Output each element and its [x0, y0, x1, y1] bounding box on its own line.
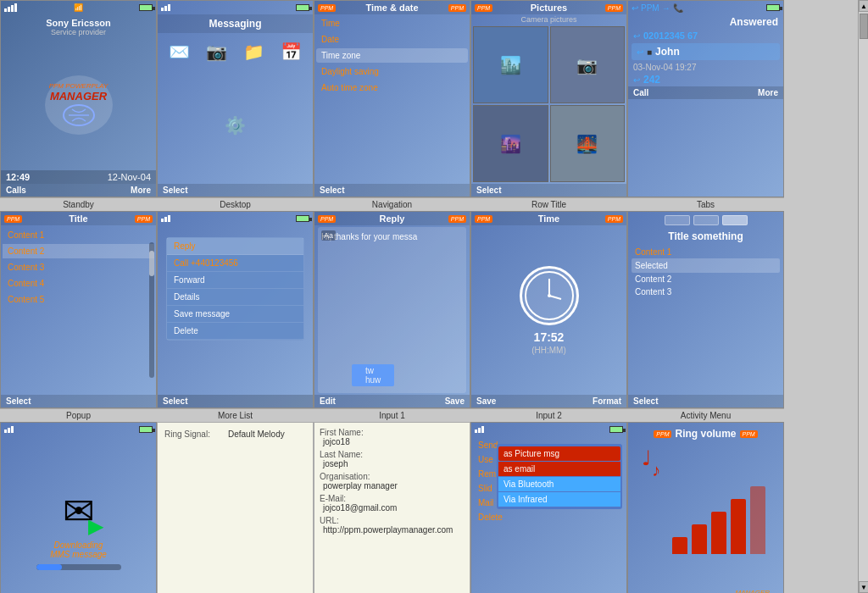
- answered-screen: ↩ PPM → 📞 Answered ↩ 02012345 67: [628, 1, 783, 197]
- music-note-icon-2: ♪: [652, 461, 660, 480]
- input2-item-delete[interactable]: Delete: [473, 510, 625, 524]
- time-softkey-format[interactable]: Format: [593, 396, 621, 406]
- input2-overlay-bluetooth[interactable]: Via Bluetooth: [498, 477, 620, 491]
- tab-1[interactable]: [665, 215, 690, 225]
- tabs-title: Title something: [628, 229, 783, 244]
- time-screen: PPM Time PPM 17:52: [471, 212, 626, 407]
- input1-form-panel: First Name: jojco18 Last Name: joseph Or…: [314, 422, 470, 593]
- answered-panel-wrapper: ↩ PPM → 📞 Answered ↩ 02012345 67: [627, 0, 784, 211]
- photo-3: 🌆: [473, 105, 548, 182]
- manager-text: MANAGER: [50, 90, 107, 103]
- input2-overlay-picture[interactable]: as Picture msg: [498, 446, 620, 461]
- scrollbar[interactable]: ▲ ▼: [858, 0, 868, 593]
- mms-label: DownloadingMMS message: [50, 540, 107, 559]
- time-softkey-save[interactable]: Save: [476, 396, 496, 406]
- reply-ppm-right: PPM: [448, 215, 466, 223]
- reply-header: PPM Reply PPM: [314, 212, 470, 225]
- timedate-item-auto[interactable]: Auto time zone: [316, 80, 468, 95]
- tabs-content-2-selected[interactable]: Selected: [632, 258, 780, 273]
- ringvol-title: Ring volume: [675, 428, 736, 440]
- call-number: 02012345 67: [643, 30, 698, 41]
- popup-signal-icon: [161, 215, 170, 222]
- tabs-screen: Title something Content 1 Selected Conte…: [628, 212, 783, 407]
- svg-line-4: [549, 296, 561, 299]
- timedate-menu: Time Date Time zone Daylight saving Auto…: [314, 14, 470, 184]
- reply-softkey-save[interactable]: Save: [445, 396, 465, 406]
- standby-softkeys: Calls More: [1, 184, 156, 197]
- content-item-4[interactable]: Content 4: [3, 276, 154, 291]
- tabs-panel: Title something Content 1 Selected Conte…: [627, 211, 784, 408]
- lastname-row: Last Name: joseph: [320, 450, 465, 468]
- tab-2[interactable]: [693, 215, 719, 225]
- timedate-panel: PPM Time & date PPM Time Date Time zone …: [314, 0, 470, 197]
- url-value: http://ppm.powerplaymanager.com: [320, 525, 465, 535]
- content-item-1[interactable]: Content 1: [3, 228, 154, 242]
- title-title: Title: [22, 213, 135, 224]
- timedate-item-time[interactable]: Time: [316, 16, 468, 30]
- photo-1: 🏙️: [473, 26, 548, 103]
- contact-name: John: [655, 46, 680, 58]
- answered-softkey-more[interactable]: More: [758, 88, 778, 97]
- ringvol-ppm-right: PPM: [740, 430, 758, 438]
- scroll-thumb-handle[interactable]: [860, 14, 868, 39]
- mms-battery-icon: [139, 426, 153, 433]
- popup-item-details[interactable]: Details: [167, 289, 303, 306]
- email-row: E-Mail: jojco18@gmail.com: [320, 494, 465, 513]
- tabs-softkey-select[interactable]: Select: [633, 396, 658, 406]
- popup-item-call[interactable]: Call +440123456: [167, 255, 303, 272]
- title-ppm-right: PPM: [135, 215, 153, 223]
- answered-status-bar: ↩ PPM → 📞: [628, 1, 783, 14]
- tabs-content-1: Content 1: [632, 246, 780, 258]
- reply-softkeys: Edit Save: [314, 395, 470, 407]
- input2-overlay-email[interactable]: as email: [498, 462, 620, 476]
- popup-softkeys: Select: [158, 395, 313, 407]
- popup-item-delete[interactable]: Delete: [167, 323, 303, 340]
- tab-3-active[interactable]: [722, 215, 748, 225]
- firstname-value: jojco18: [320, 437, 465, 446]
- input2-overlay-infrared[interactable]: Via Infrared: [498, 492, 620, 507]
- vol-bar-1: [672, 537, 687, 554]
- pictures-softkey-select[interactable]: Select: [476, 186, 501, 195]
- calendar-icon: 📅: [275, 36, 309, 66]
- url-label: URL:: [320, 516, 465, 525]
- popup-softkey-select[interactable]: Select: [163, 396, 187, 406]
- timedate-item-timezone[interactable]: Time zone: [316, 48, 468, 63]
- title-softkeys: Select: [1, 395, 156, 407]
- softkey-calls[interactable]: Calls: [6, 186, 26, 195]
- content-item-5[interactable]: Content 5: [3, 292, 154, 307]
- content-item-2[interactable]: Content 2: [3, 244, 154, 258]
- folder-icon: 📁: [237, 36, 271, 66]
- tabs-label-text: Activity Menu: [627, 408, 784, 422]
- timedate-item-date[interactable]: Date: [316, 32, 468, 47]
- time-display: 12:49: [6, 172, 30, 182]
- manager-icon: [62, 103, 96, 128]
- firstname-row: First Name: jojco18: [320, 428, 465, 446]
- answered-softkey-call[interactable]: Call: [633, 88, 648, 97]
- content-item-3[interactable]: Content 3: [3, 260, 154, 274]
- answered-battery-icon: [766, 4, 780, 11]
- ppm-badge-right: PPM: [448, 4, 466, 12]
- softkey-more[interactable]: More: [131, 186, 151, 195]
- msg-softkey-select[interactable]: Select: [163, 186, 187, 195]
- clock-time: 17:52: [534, 330, 565, 344]
- messaging-title: Messaging: [158, 14, 313, 33]
- reply-ppm-left: PPM: [318, 215, 336, 223]
- scroll-down-arrow[interactable]: ▼: [859, 581, 868, 593]
- pictures-screen: PPM Pictures PPM Camera pictures 🏙️ 📷 🌆 …: [471, 1, 626, 197]
- title-softkey-select[interactable]: Select: [6, 396, 31, 406]
- popup-item-reply[interactable]: Reply: [167, 238, 303, 255]
- messaging-screen: Messaging ✉️ 📷 📁 📅 ⚙️ Select: [158, 1, 313, 197]
- popup-item-forward[interactable]: Forward: [167, 272, 303, 289]
- tabs-content-4: Content 3: [632, 285, 780, 298]
- settings-icon: ⚙️: [219, 110, 253, 140]
- camera-icon: 📷: [200, 36, 234, 66]
- timedate-softkey-select[interactable]: Select: [320, 186, 344, 195]
- answered-status: Answered: [628, 14, 783, 30]
- manager-logo: PPM POWERPLAY MANAGER: [1, 40, 156, 170]
- popup-item-save[interactable]: Save message: [167, 306, 303, 323]
- second-number-row: ↩ 242: [628, 73, 783, 86]
- main-container: 📶 Sony Ericsson Service provider PPM POW…: [0, 0, 868, 593]
- timedate-item-daylight[interactable]: Daylight saving: [316, 64, 468, 79]
- reply-softkey-edit[interactable]: Edit: [320, 396, 336, 406]
- scroll-up-arrow[interactable]: ▲: [859, 0, 868, 12]
